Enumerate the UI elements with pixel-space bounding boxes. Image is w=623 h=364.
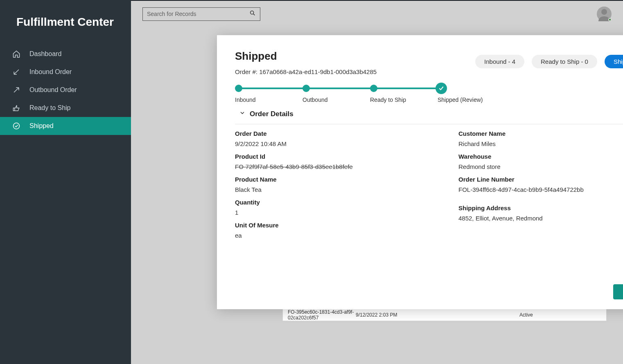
sidebar-item-shipped[interactable]: Shipped (0, 117, 131, 135)
sidebar-item-outbound[interactable]: Outbound Order (0, 81, 131, 99)
bg-order-date: 9/12/2022 2:03 PM (356, 312, 519, 318)
sidebar-item-ready[interactable]: Ready to Ship (0, 99, 131, 117)
arrow-in-icon (11, 67, 21, 77)
order-label: Order #: (235, 68, 259, 75)
nav: Dashboard Inbound Order Outbound Order R… (0, 45, 131, 135)
sidebar-item-label: Inbound Order (29, 68, 72, 76)
label-quantity: Quantity (235, 199, 434, 206)
bg-order-status: Active (519, 312, 601, 318)
order-number: 167a0668-a42a-ed11-9db1-000d3a3b4285 (259, 68, 377, 75)
label-line-number: Order Line Number (458, 176, 623, 183)
label-address: Shipping Address (458, 204, 623, 211)
label-customer: Customer Name (458, 130, 623, 137)
main: FO-395ec60c-1831-4cd3-af9f-02ca202c6f57 … (131, 0, 623, 364)
order-details-toggle[interactable]: Order Details (235, 110, 623, 118)
check-circle-icon (11, 121, 21, 131)
step-label: Ready to Ship (370, 97, 438, 103)
value-product-name: Black Tea (235, 186, 434, 193)
step-label: Inbound (235, 97, 302, 103)
sidebar-item-dashboard[interactable]: Dashboard (0, 45, 131, 63)
value-customer: Richard Miles (458, 140, 623, 147)
chevron-down-icon (239, 110, 246, 118)
bg-order-id: FO-395ec60c-1831-4cd3-af9f-02ca202c6f57 (288, 309, 356, 321)
sidebar-item-label: Outbound Order (29, 86, 77, 94)
value-line-number: FOL-394ff6c8-4d97-4cac-b9b9-5f4a494722bb (458, 186, 623, 193)
chip-inbound[interactable]: Inbound - 4 (475, 55, 524, 68)
sidebar-item-label: Dashboard (29, 50, 61, 58)
modal-title: Shipped (235, 50, 377, 63)
step-label: Outbound (302, 97, 370, 103)
chip-ready[interactable]: Ready to Ship - 0 (532, 55, 597, 68)
step-check-icon (436, 83, 447, 94)
brand-title: Fulfillment Center (0, 0, 131, 45)
sidebar-item-inbound[interactable]: Inbound Order (0, 63, 131, 81)
table-row[interactable]: FO-395ec60c-1831-4cd3-af9f-02ca202c6f57 … (282, 309, 607, 321)
sidebar: Fulfillment Center Dashboard Inbound Ord… (0, 0, 131, 364)
value-warehouse: Redmond store (458, 163, 623, 170)
value-order-date: 9/2/2022 10:48 AM (235, 140, 434, 147)
step-inbound[interactable]: Inbound (235, 88, 302, 103)
value-product-id: FO-72f9f7af-58e5-43b9-85f3-d35ee1b8fefe (235, 163, 434, 170)
step-label: Shipped (Review) (438, 97, 495, 103)
stepper: Inbound Outbound Ready to Ship Shipped (… (235, 88, 623, 103)
thumbs-up-icon (11, 103, 21, 113)
svg-point-0 (14, 123, 20, 129)
label-product-id: Product Id (235, 153, 434, 160)
finish-button[interactable]: Finish (613, 284, 623, 299)
step-ready[interactable]: Ready to Ship (370, 88, 438, 103)
chip-shipped[interactable]: Shipped - 12 (605, 55, 623, 68)
home-icon (11, 49, 21, 59)
value-quantity: 1 (235, 209, 434, 216)
step-shipped[interactable]: Shipped (Review) (438, 88, 495, 103)
label-warehouse: Warehouse (458, 153, 623, 160)
arrow-out-icon (11, 85, 21, 95)
section-title: Order Details (250, 110, 293, 118)
sidebar-item-label: Ready to Ship (29, 104, 71, 112)
step-outbound[interactable]: Outbound (302, 88, 370, 103)
value-address: 4852, Elliot, Avenue, Redmond (458, 215, 623, 222)
label-product-name: Product Name (235, 176, 434, 183)
order-modal: Shipped Order #: 167a0668-a42a-ed11-9db1… (217, 35, 623, 309)
label-uom: Unit Of Mesure (235, 222, 434, 229)
label-order-date: Order Date (235, 130, 434, 137)
modal-subtitle: Order #: 167a0668-a42a-ed11-9db1-000d3a3… (235, 68, 377, 75)
sidebar-item-label: Shipped (29, 122, 54, 130)
value-uom: ea (235, 232, 434, 239)
